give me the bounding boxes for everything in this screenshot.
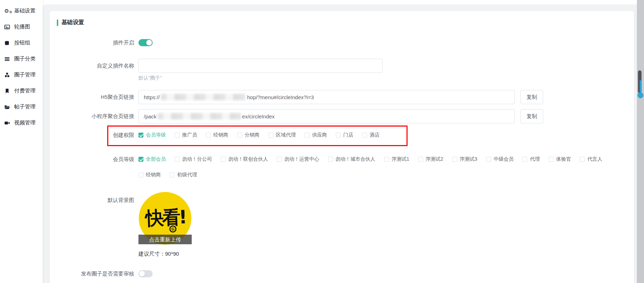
plugin-enabled-label: 插件开启 <box>50 37 138 48</box>
mini-link-suffix: ex/circleIndex <box>242 113 275 119</box>
h5-link-prefix: https:// <box>144 94 160 100</box>
plugin-name-hint: 默认"圈子" <box>138 75 162 81</box>
panel-title: 基础设置 <box>57 19 84 26</box>
sidebar-item-basic-settings[interactable]: ⚙⚙ 基础设置 <box>0 3 43 19</box>
checkbox-icon <box>268 133 273 138</box>
mini-link-copy-button[interactable]: 复制 <box>520 109 543 123</box>
checkbox-dealer[interactable]: 经销商 <box>206 132 228 138</box>
checkbox-branch-company[interactable]: 勿动！分公司 <box>175 156 212 162</box>
page: ⚙⚙ 基础设置 轮播图 按钮组 圈子分类 圈子管理 <box>0 0 644 283</box>
image-icon <box>4 24 12 30</box>
checkbox-icon <box>170 172 175 177</box>
scrollbar-track[interactable] <box>637 0 644 283</box>
checkbox-member-level[interactable]: 会员等级 <box>138 132 166 138</box>
mini-link-input[interactable]: /pack ex/circleIndex <box>138 109 515 123</box>
h5-link-suffix: hop/?menu#/circleIndex?i=3 <box>247 94 314 100</box>
checkbox-icon <box>418 157 423 162</box>
sidebar: ⚙⚙ 基础设置 轮播图 按钮组 圈子分类 圈子管理 <box>0 0 43 283</box>
checkbox-test2[interactable]: 萍测试2 <box>418 156 443 162</box>
h5-link-input[interactable]: https:// hop/?menu#/circleIndex?i=3 <box>138 90 515 104</box>
row-default-bg-hint: 建议尺寸：90*90 <box>50 250 179 257</box>
plugin-name-label: 自定义插件名称 <box>50 60 138 71</box>
member-levels-options-line1: 全部会员 勿动！分公司 勿动！联创合伙人 勿动！运营中心 勿动！城市合伙人 萍测… <box>138 156 602 162</box>
checkbox-supplier[interactable]: 供应商 <box>305 132 327 138</box>
checkbox-promoter[interactable]: 推广员 <box>175 132 197 138</box>
sidebar-item-label: 圈子分类 <box>14 55 36 62</box>
sidebar-item-button-group[interactable]: 按钮组 <box>0 35 43 51</box>
member-levels-label: 会员等级 <box>50 154 138 165</box>
bg-upload-preview[interactable]: 快看! G 点击重新上传 <box>138 192 192 245</box>
plugin-name-input[interactable] <box>138 59 383 73</box>
checkbox-icon <box>221 157 226 162</box>
sidebar-item-payment-manage[interactable]: 付费管理 <box>0 83 43 99</box>
square-icon <box>4 40 12 46</box>
checkbox-hotel[interactable]: 酒店 <box>362 132 380 138</box>
h5-link-copy-button[interactable]: 复制 <box>520 90 543 104</box>
checkbox-mid-member[interactable]: 中级会员 <box>486 156 513 162</box>
settings-card: 基础设置 插件开启 自定义插件名称 默认"圈子" H5聚合页链接 https:/… <box>50 11 634 283</box>
gears-icon: ⚙⚙ <box>4 8 12 14</box>
checkbox-icon <box>138 157 143 162</box>
checkbox-icon <box>206 133 211 138</box>
checkbox-icon <box>277 157 282 162</box>
checkbox-icon <box>175 157 180 162</box>
mini-link-prefix: /pack <box>144 113 157 119</box>
row-member-levels: 会员等级 全部会员 勿动！分公司 勿动！联创合伙人 勿动！运营中心 勿动！城市合… <box>50 154 602 165</box>
checkbox-dealer2[interactable]: 经销商 <box>138 172 161 178</box>
sidebar-item-label: 帖子管理 <box>14 103 36 110</box>
plugin-enabled-toggle[interactable] <box>138 39 153 46</box>
checkbox-icon <box>384 157 389 162</box>
checkbox-icon <box>336 133 341 138</box>
checkbox-all-members[interactable]: 全部会员 <box>138 156 166 162</box>
checkbox-icon <box>580 157 585 162</box>
checkbox-co-founder[interactable]: 勿动！联创合伙人 <box>221 156 268 162</box>
sidebar-item-carousel[interactable]: 轮播图 <box>0 19 43 35</box>
folder-icon <box>4 104 12 110</box>
bg-size-hint: 建议尺寸：90*90 <box>138 251 179 257</box>
mini-link-label: 小程序聚合页链接 <box>50 111 138 122</box>
sidebar-item-label: 付费管理 <box>14 87 36 94</box>
checkbox-icon <box>362 133 367 138</box>
checkbox-icon <box>522 157 527 162</box>
checkbox-region-agent[interactable]: 区域代理 <box>268 132 296 138</box>
checkbox-icon <box>549 157 553 162</box>
checkbox-city-partner[interactable]: 勿动！城市合伙人 <box>328 156 375 162</box>
sidebar-item-circle-category[interactable]: 圈子分类 <box>0 51 43 67</box>
sidebar-item-label: 视频管理 <box>14 119 36 126</box>
scrollbar-thumb[interactable] <box>638 70 642 93</box>
checkbox-store[interactable]: 门店 <box>336 132 353 138</box>
sidebar-item-label: 轮播图 <box>14 23 30 30</box>
main-area: 基础设置 插件开启 自定义插件名称 默认"圈子" H5聚合页链接 https:/… <box>43 4 644 283</box>
row-plugin-name: 自定义插件名称 <box>50 59 383 73</box>
checkbox-icon <box>305 133 310 138</box>
row-create-permission: 创建权限 会员等级 推广员 经销商 分销商 区域代理 供应商 门店 酒店 <box>50 130 380 140</box>
checkbox-junior-agent[interactable]: 初级代理 <box>170 172 197 178</box>
cubes-icon <box>4 72 12 78</box>
checkbox-experiencer[interactable]: 体验官 <box>549 156 571 162</box>
checkbox-icon <box>486 157 491 162</box>
logo-text: 快看! <box>141 205 190 231</box>
row-plugin-name-hint: 默认"圈子" <box>50 75 162 81</box>
member-levels-options-line2: 经销商 初级代理 <box>138 172 197 178</box>
checkbox-test3[interactable]: 萍测试3 <box>452 156 477 162</box>
audit-toggle[interactable] <box>138 270 153 277</box>
checkbox-test1[interactable]: 萍测试1 <box>384 156 409 162</box>
sidebar-item-post-manage[interactable]: 帖子管理 <box>0 99 43 115</box>
checkbox-icon <box>328 157 333 162</box>
h5-link-redacted-segment <box>161 94 246 100</box>
mini-link-redacted-segment <box>158 113 241 119</box>
reupload-button[interactable]: 点击重新上传 <box>138 235 192 244</box>
create-permission-label: 创建权限 <box>50 130 138 140</box>
checkbox-spokesperson[interactable]: 代言人 <box>580 156 602 162</box>
checkbox-icon <box>452 157 457 162</box>
sidebar-item-video-manage[interactable]: 视频管理 <box>0 115 43 131</box>
checkbox-agent[interactable]: 代理 <box>522 156 540 162</box>
sidebar-item-circle-manage[interactable]: 圈子管理 <box>0 67 43 83</box>
row-h5-link: H5聚合页链接 https:// hop/?menu#/circleIndex?… <box>50 90 543 104</box>
video-icon <box>4 120 12 126</box>
checkbox-distributor[interactable]: 分销商 <box>237 132 260 138</box>
checkbox-icon <box>138 133 143 138</box>
checkbox-operation-center[interactable]: 勿动！运营中心 <box>277 156 319 162</box>
default-bg-label: 默认背景图 <box>50 192 138 205</box>
logo-badge: G <box>169 225 176 233</box>
